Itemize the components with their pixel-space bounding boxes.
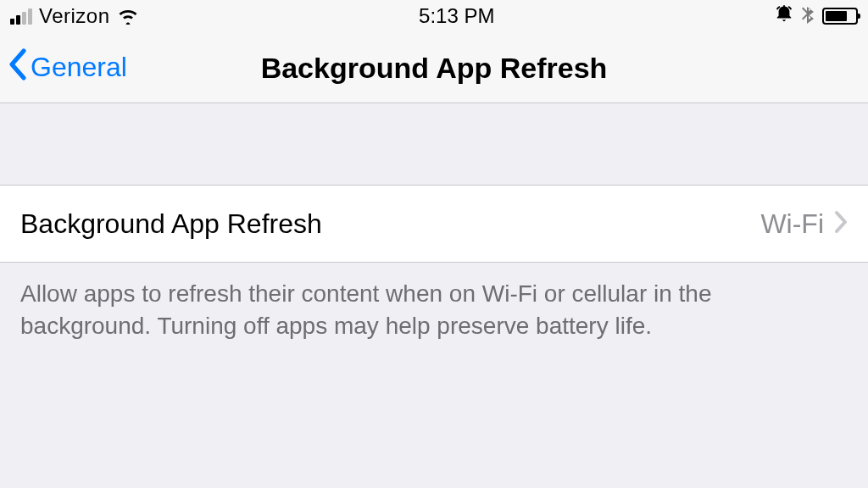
back-label: General bbox=[31, 52, 127, 83]
alarm-icon bbox=[775, 4, 793, 28]
status-bar: Verizon 5:13 PM bbox=[0, 0, 868, 32]
cellular-signal-icon bbox=[10, 8, 32, 25]
wifi-icon bbox=[117, 8, 139, 25]
section-spacer bbox=[0, 103, 868, 185]
background-refresh-row[interactable]: Background App Refresh Wi-Fi bbox=[0, 185, 868, 263]
chevron-left-icon bbox=[7, 48, 27, 87]
battery-icon bbox=[822, 8, 858, 25]
battery-fill bbox=[826, 11, 848, 21]
clock-time: 5:13 PM bbox=[419, 4, 494, 28]
navigation-bar: General Background App Refresh bbox=[0, 32, 868, 103]
back-button[interactable]: General bbox=[0, 48, 127, 87]
section-footer: Allow apps to refresh their content when… bbox=[0, 263, 868, 358]
status-right bbox=[775, 3, 858, 29]
page-title: Background App Refresh bbox=[261, 51, 608, 84]
bluetooth-icon bbox=[802, 3, 814, 29]
row-value: Wi-Fi bbox=[760, 208, 824, 240]
chevron-right-icon bbox=[834, 210, 848, 237]
row-label: Background App Refresh bbox=[20, 208, 322, 240]
row-right: Wi-Fi bbox=[760, 208, 848, 240]
status-left: Verizon bbox=[10, 4, 139, 28]
carrier-label: Verizon bbox=[39, 4, 110, 28]
